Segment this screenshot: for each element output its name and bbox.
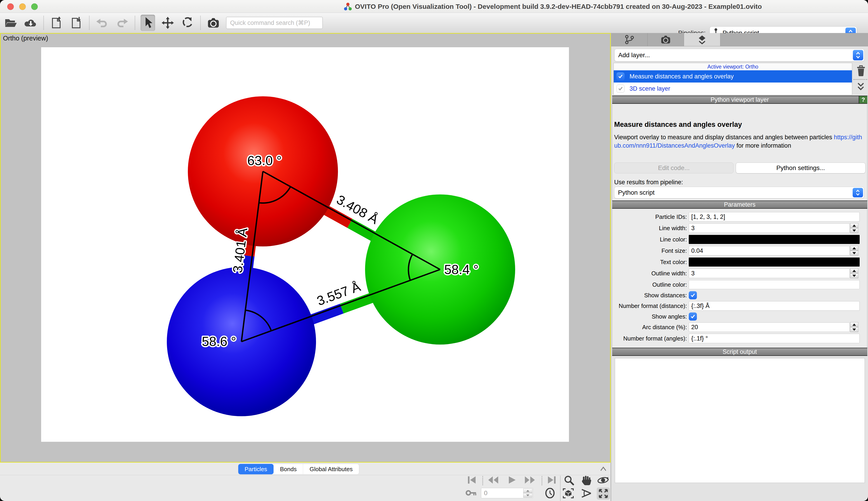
- layer-row-3d-scene[interactable]: 3D scene layer: [614, 83, 852, 95]
- pan-tool-button[interactable]: [580, 475, 592, 486]
- viewport-ortho[interactable]: Ortho (preview): [0, 33, 611, 462]
- fast-forward-button[interactable]: [524, 475, 536, 485]
- param-row-font-size: Font size:: [612, 245, 867, 256]
- outline-width-input[interactable]: [689, 269, 850, 278]
- open-file-button[interactable]: [4, 15, 18, 31]
- rewind-button[interactable]: [487, 475, 500, 485]
- double-chevron-down-icon[interactable]: [856, 82, 865, 91]
- frame-spin-down-button[interactable]: [523, 493, 532, 498]
- line-color-swatch[interactable]: [689, 235, 860, 244]
- tab-viewport-layers[interactable]: [684, 33, 720, 46]
- zoom-scene-extents-button[interactable]: [562, 488, 575, 499]
- scene-svg: 63.0 ° 58.4 ° 58.6 ° 3.408 Å 3.401 Å 3.5…: [41, 47, 569, 442]
- use-results-pipeline-value: Python script: [614, 189, 655, 196]
- key-icon: [465, 489, 477, 496]
- select-mode-button[interactable]: [141, 15, 155, 31]
- camera-icon: [207, 17, 220, 29]
- tab-particles[interactable]: Particles: [238, 464, 274, 474]
- spin-down-button[interactable]: [850, 251, 858, 256]
- viewport-label[interactable]: Ortho (preview): [3, 35, 48, 42]
- show-distances-checkbox[interactable]: [689, 291, 697, 299]
- layer-checkbox-checked[interactable]: [617, 85, 624, 93]
- number-format-distance-input[interactable]: [689, 301, 860, 311]
- export-file-button[interactable]: [69, 15, 84, 31]
- skip-end-icon: [547, 476, 557, 484]
- render-button[interactable]: [206, 15, 221, 31]
- window-controls: [7, 3, 38, 10]
- frame-spin-up-button[interactable]: [523, 489, 532, 493]
- tab-pipeline[interactable]: [611, 33, 647, 46]
- spin-down-button[interactable]: [850, 273, 858, 278]
- collapse-panel-chevron-up-icon[interactable]: [599, 466, 608, 472]
- spin-down-button[interactable]: [850, 228, 858, 233]
- delete-layer-trash-icon[interactable]: [856, 65, 866, 76]
- import-remote-file-button[interactable]: [23, 15, 38, 31]
- animation-key-button[interactable]: [465, 488, 478, 498]
- skip-to-end-button[interactable]: [546, 475, 557, 485]
- show-angles-checkbox[interactable]: [689, 312, 697, 321]
- divider: [854, 79, 867, 80]
- zoom-window-button[interactable]: [31, 3, 38, 10]
- orbit-tool-button[interactable]: [597, 475, 609, 486]
- spin-down-button[interactable]: [850, 327, 858, 332]
- layer-list: Active viewport: Ortho Measure distances…: [613, 63, 852, 95]
- help-button[interactable]: ?: [859, 96, 867, 103]
- stepper-chevrons-icon[interactable]: [853, 50, 863, 60]
- param-label: Arc distance (%):: [612, 324, 689, 331]
- font-size-input[interactable]: [689, 246, 850, 255]
- layer-label: Measure distances and angles overlay: [630, 73, 734, 80]
- line-width-input[interactable]: [689, 223, 850, 233]
- fast-forward-icon: [524, 476, 536, 484]
- rotate-mode-button[interactable]: [180, 15, 195, 31]
- use-results-pipeline-select[interactable]: Python script: [614, 187, 864, 199]
- move-mode-button[interactable]: [160, 15, 175, 31]
- param-row-particle-ids: Particle IDs:: [612, 211, 867, 222]
- tab-global-attributes[interactable]: Global Attributes: [303, 464, 359, 474]
- spin-up-button[interactable]: [850, 322, 858, 327]
- script-output-box[interactable]: [615, 358, 865, 483]
- param-label: Font size:: [612, 247, 689, 254]
- field-of-view-button[interactable]: [580, 488, 592, 499]
- arc-distance-input[interactable]: [689, 322, 850, 332]
- search-input[interactable]: [226, 17, 323, 29]
- zoom-tool-button[interactable]: [563, 475, 575, 486]
- outline-color-swatch[interactable]: [689, 280, 860, 289]
- text-color-swatch[interactable]: [689, 257, 860, 267]
- cloud-download-icon: [24, 17, 37, 29]
- parameters-content: Particle IDs: Line width: Line color: Fo…: [612, 209, 867, 348]
- import-file-button[interactable]: [49, 15, 64, 31]
- param-label: Text color:: [612, 259, 689, 266]
- param-label: Line color:: [612, 236, 689, 243]
- rotate-icon: [182, 17, 194, 29]
- window-title: OVITO Pro (Open Visualization Tool) - De…: [355, 3, 762, 10]
- clock-icon: [545, 488, 555, 498]
- spin-up-button[interactable]: [850, 246, 858, 251]
- number-format-angles-input[interactable]: [689, 334, 860, 343]
- bottom-bar: Particles Bonds Global Attributes: [0, 462, 611, 501]
- orbit-icon: [597, 475, 609, 485]
- spin-up-button[interactable]: [850, 223, 858, 228]
- molecule-logo-icon: [344, 2, 352, 11]
- minimize-window-button[interactable]: [19, 3, 26, 10]
- magnifier-icon: [564, 475, 574, 486]
- stepper-chevrons-icon[interactable]: [853, 188, 863, 198]
- play-button[interactable]: [507, 475, 517, 485]
- spin-up-button[interactable]: [850, 268, 858, 273]
- tab-render[interactable]: [647, 33, 684, 46]
- frame-number-input[interactable]: [481, 488, 523, 498]
- undo-button[interactable]: [95, 15, 109, 31]
- skip-to-start-button[interactable]: [466, 475, 478, 485]
- close-window-button[interactable]: [7, 3, 14, 10]
- layer-row-measure-overlay[interactable]: Measure distances and angles overlay: [614, 70, 852, 83]
- tab-bonds[interactable]: Bonds: [274, 464, 303, 474]
- redo-button[interactable]: [115, 15, 129, 31]
- layer-checkbox-checked[interactable]: [617, 72, 624, 81]
- python-settings-button[interactable]: Python settings...: [736, 162, 866, 173]
- animation-settings-button[interactable]: [544, 488, 556, 498]
- particle-ids-input[interactable]: [689, 212, 860, 222]
- param-label: Show distances:: [612, 292, 689, 299]
- divider: [560, 476, 560, 501]
- maximize-viewport-button[interactable]: [597, 488, 610, 500]
- add-layer-select[interactable]: Add layer...: [614, 49, 864, 62]
- edit-code-button[interactable]: Edit code...: [614, 162, 733, 173]
